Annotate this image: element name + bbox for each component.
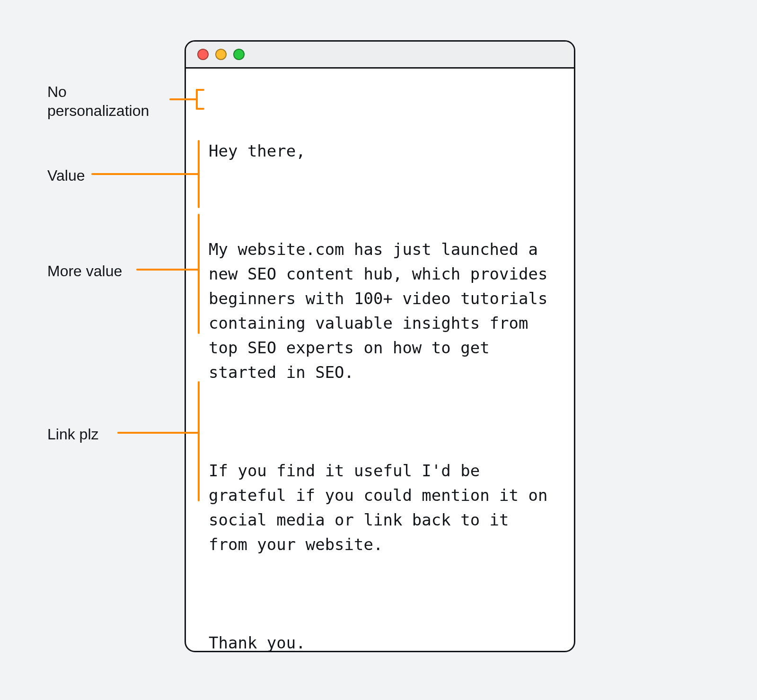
minimize-icon[interactable] (215, 49, 227, 60)
email-body: Hey there, My website.com has just launc… (186, 69, 574, 652)
annotation-value: Value (47, 166, 170, 185)
email-paragraph-1: My website.com has just launched a new S… (209, 237, 551, 385)
annotation-no-personalization: No personalization (47, 82, 170, 120)
email-window: Hey there, My website.com has just launc… (185, 40, 575, 652)
annotation-more-value: More value (47, 262, 170, 280)
email-paragraph-2: If you find it useful I'd be grateful if… (209, 458, 551, 557)
email-greeting: Hey there, (209, 139, 551, 163)
email-closing: Thank you. (209, 630, 551, 652)
annotation-link-plz: Link plz (47, 425, 170, 444)
close-icon[interactable] (197, 49, 209, 60)
maximize-icon[interactable] (233, 49, 245, 60)
window-titlebar (186, 42, 574, 69)
